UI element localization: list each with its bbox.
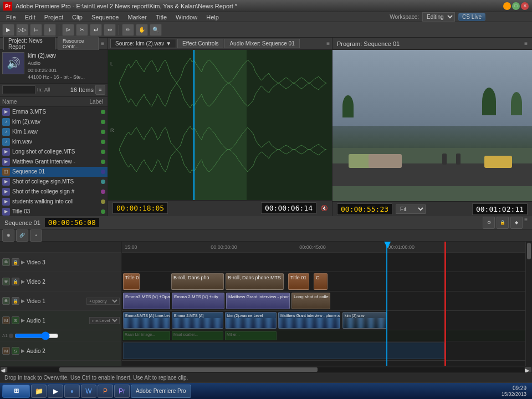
proj-item-kimwav[interactable]: ♪ kim.wav [0,137,108,147]
tl-add-track-btn[interactable]: + [30,229,42,242]
a1-clip-emma3[interactable]: Emma3.MTS [A] lume:Level [123,312,170,329]
v1-clip-emma3[interactable]: Emma3.MTS [V] +Opacity [123,293,170,309]
v2-clip-broll1[interactable]: B-roll, Dans pho [171,273,224,290]
tl-snap-btn[interactable]: ⊕ [2,229,14,242]
a1-record-btn[interactable] [9,334,13,338]
v1-expand-arrow[interactable]: ▶ [21,298,25,304]
tl-lock-btn[interactable]: 🔒 [497,217,509,229]
a1-clip-emma2[interactable]: Emma 2.MTS [A] [172,312,223,329]
taskbar-btn-premiere[interactable]: Pr [114,385,130,398]
a1-solo-btn[interactable]: S [12,316,19,324]
menu-clip[interactable]: Clip [68,12,86,22]
a2-solo-btn[interactable]: S [12,347,19,355]
timeline-panel-menu[interactable]: ≡ [524,217,528,229]
project-search-input[interactable] [2,85,35,94]
tool-pen[interactable]: ✏ [122,24,134,36]
cs-live-button[interactable]: CS Live [458,13,485,21]
a1-clip-kim2[interactable]: kim (2).wav ne:Level [225,312,277,329]
v1-lock-btn[interactable]: 🔒 [12,297,19,305]
workspace-selector[interactable]: Editing [422,12,455,22]
restore-button[interactable]: □ [512,2,520,10]
tool-selection[interactable]: ▶ [2,24,14,36]
menu-window[interactable]: Window [172,12,201,22]
a1-expand-arrow[interactable]: ▶ [21,318,25,323]
a2-mute-btn[interactable]: M [2,347,10,355]
vscroll-thumb[interactable] [527,243,531,259]
v3-lock-btn[interactable]: 🔒 [12,258,19,266]
tool-slide[interactable]: ⇔ [104,24,116,36]
v2-clip-broll2[interactable]: B-roll, Dans phone.MTS [226,273,284,290]
tool-rolling[interactable]: ⊧ [44,24,56,36]
menu-title[interactable]: Title [152,12,171,22]
source-tab-kim[interactable]: Source: kim (2).wav ▼ [110,39,176,48]
source-current-time[interactable]: 00:00:18:05 [112,202,168,214]
proj-item-shotcollege[interactable]: ▶ Shot of college sign.MTS [0,177,108,187]
a2-expand-arrow[interactable]: ▶ [21,348,25,354]
hscroll-left-btn[interactable]: ◀ [1,367,7,372]
tl-link-btn[interactable]: 🔗 [16,229,28,242]
v1-clip-longshot[interactable]: Long shot of colle... [291,293,330,309]
tool-hand[interactable]: ✋ [136,24,148,36]
v2-clip-title0[interactable]: Title 0 [123,273,140,290]
a1-level-selector[interactable]: me:Level [89,317,120,324]
menu-help[interactable]: Help [202,12,223,22]
proj-item-shotcollegesign[interactable]: ▶ Shot of the college sign # [0,187,108,197]
hscroll-thumb[interactable] [59,367,318,372]
proj-item-longshot[interactable]: ▶ Long shot of college.MTS [0,147,108,157]
proj-item-seq01[interactable]: ◫ Sequence 01 [0,167,108,177]
proj-item-students[interactable]: ▶ students walking into coll [0,197,108,207]
tool-ripple[interactable]: ⊨ [30,24,42,36]
v3-eye-btn[interactable]: 👁 [2,258,10,266]
a1-clip-kim2b[interactable]: kim (2).wav [342,312,387,329]
a1-clip-matthew[interactable]: Matthew Grant interview - phone a [278,312,340,329]
minimize-button[interactable]: _ [503,2,511,10]
v1-clip-emma2[interactable]: Emma 2.MTS [V] +city [172,293,224,309]
v1-eye-btn[interactable]: 👁 [2,297,10,305]
tool-track-selection[interactable]: ▷▷ [16,24,28,36]
v1-clip-matthew[interactable]: Matthew Grant interview - phone a [226,293,290,309]
source-mute-button[interactable]: 🔇 [321,205,328,211]
timeline-vscrollbar[interactable] [525,242,532,366]
audio-mixer-tab[interactable]: Audio Mixer: Sequence 01 [224,39,299,48]
menu-file[interactable]: File [2,12,20,22]
taskbar-btn-media[interactable]: ▶ [48,385,63,398]
program-panel-menu[interactable]: ≡ [524,40,528,47]
source-playhead[interactable] [193,50,195,200]
panel-menu-button[interactable]: ≡ [101,40,104,47]
program-current-time[interactable]: 00:00:55:23 [337,203,392,215]
v3-expand-arrow[interactable]: ▶ [21,259,25,265]
tool-razor[interactable]: ✂ [76,24,88,36]
taskbar-btn-ie[interactable]: e [64,385,80,398]
tool-slip[interactable]: ⇄ [90,24,102,36]
v2-expand-arrow[interactable]: ▶ [21,279,25,284]
project-tab[interactable]: Project: News Report [3,36,55,52]
tool-zoom[interactable]: 🔍 [150,24,162,36]
menu-edit[interactable]: Edit [21,12,39,22]
window-controls[interactable]: _ □ ✕ [503,2,529,10]
menu-project[interactable]: Project [40,12,67,22]
menu-sequence[interactable]: Sequence [88,12,123,22]
a1-volume-slider[interactable] [14,334,59,338]
taskbar-btn-powerpoint[interactable]: P [98,385,113,398]
start-button[interactable]: ⊞ [2,385,30,398]
tl-settings-btn[interactable]: ⚙ [483,217,495,229]
proj-item-kim1[interactable]: ♪ Kim 1.wav [0,127,108,137]
v1-effect-selector[interactable]: +Opacity [86,298,120,305]
source-out-time[interactable]: 00:00:06:14 [261,202,316,214]
v2-lock-btn[interactable]: 🔒 [12,278,19,285]
taskbar-premiere-app[interactable]: Adobe Premiere Pro [131,385,191,398]
v2-eye-btn[interactable]: 👁 [2,278,10,285]
tl-markers-btn[interactable]: ◆ [510,217,523,229]
program-fit-selector[interactable]: Fit 25% 50% 100% [396,204,426,214]
taskbar-btn-folder[interactable]: 📁 [31,385,47,398]
proj-item-kim2[interactable]: ♪ kim (2).wav [0,117,108,127]
a1-mute-btn[interactable]: M [2,316,10,324]
resource-center-tab[interactable]: Resource Centr... [58,37,99,51]
proj-item-emma3[interactable]: ▶ Emma 3.MTS [0,107,108,117]
proj-item-title03[interactable]: ▶ Title 03 [0,207,108,217]
hscroll-right-btn[interactable]: ▶ [525,367,531,372]
taskbar-btn-word[interactable]: W [81,385,96,398]
program-duration-time[interactable]: 00:01:02:11 [472,203,528,215]
proj-item-matthew[interactable]: ▶ Matthew Grant interview - [0,157,108,167]
v2-clip-title01b[interactable]: C [314,273,328,290]
